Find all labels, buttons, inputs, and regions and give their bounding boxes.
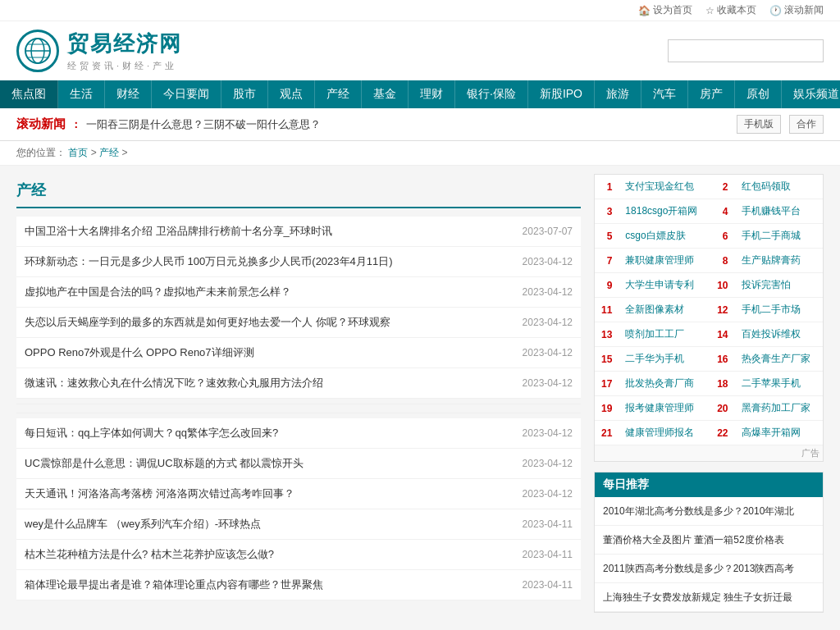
article-title-0: 中国卫浴十大名牌排名介绍 卫浴品牌排行榜前十名分享_环球时讯 xyxy=(25,224,332,239)
article-item-2[interactable]: 虚拟地产在中国是合法的吗？虚拟地产未来前景怎么样？ 2023-04-12 xyxy=(16,277,581,308)
nav-item-4[interactable]: 股市 xyxy=(221,80,268,108)
nav-item-7[interactable]: 基金 xyxy=(362,80,409,108)
article-item-5[interactable]: 微速讯：速效救心丸在什么情况下吃？速效救心丸服用方法介绍 2023-04-12 xyxy=(16,368,581,399)
ad-grid-row-2: 5 csgo白嫖皮肤 6 手机二手商城 xyxy=(595,224,823,249)
daily-rec-item-3[interactable]: 上海独生子女费发放新规定 独生子女折迁最 xyxy=(595,583,823,612)
nav-item-2[interactable]: 财经 xyxy=(105,80,152,108)
mobile-version-btn[interactable]: 手机版 xyxy=(737,115,781,134)
ad-link-right-5[interactable]: 手机二手市场 xyxy=(735,298,823,322)
article-item-3[interactable]: 失恋以后天蝎座学到的最多的东西就是如何更好地去爱一个人 你呢？环球观察 2023… xyxy=(16,308,581,338)
cooperation-btn[interactable]: 合作 xyxy=(789,115,824,134)
article-title-8: 天天通讯！河洛洛高考落榜 河洛洛两次错过高考咋回事？ xyxy=(25,486,294,501)
breadcrumb-section[interactable]: 产经 xyxy=(99,147,119,158)
article-item-1[interactable]: 环球新动态：一日元是多少人民币 100万日元兑换多少人民币(2023年4月11日… xyxy=(16,247,581,277)
nav-item-9[interactable]: 银行·保险 xyxy=(455,80,528,108)
ad-num-right-3: 8 xyxy=(710,249,734,273)
ad-link-right-2[interactable]: 手机二手商城 xyxy=(735,224,823,249)
ad-link-right-10[interactable]: 高爆率开箱网 xyxy=(735,421,823,445)
ticker-text: 一阳吞三阴是什么意思？三阴不破一阳什么意思？ xyxy=(86,117,720,132)
home-icon: 🏠 xyxy=(638,5,651,16)
ad-link-left-4[interactable]: 大学生申请专利 xyxy=(619,273,710,298)
article-date-6: 2023-04-12 xyxy=(523,427,573,439)
article-item-6[interactable]: 每日短讯：qq上字体如何调大？qq繁体字怎么改回来? 2023-04-12 xyxy=(16,418,581,449)
ad-link-left-10[interactable]: 健康管理师报名 xyxy=(619,421,710,445)
article-item-0[interactable]: 中国卫浴十大名牌排名介绍 卫浴品牌排行榜前十名分享_环球时讯 2023-07-0… xyxy=(16,217,581,247)
ad-grid-row-6: 13 喷剂加工工厂 14 百姓投诉维权 xyxy=(595,322,823,347)
nav-item-1[interactable]: 生活 xyxy=(58,80,105,108)
scroll-news-btn[interactable]: 🕐 滚动新闻 xyxy=(769,3,824,17)
ad-link-right-8[interactable]: 二手苹果手机 xyxy=(735,372,823,396)
article-list-1: 中国卫浴十大名牌排名介绍 卫浴品牌排行榜前十名分享_环球时讯 2023-07-0… xyxy=(16,217,581,399)
top-bar: 🏠 设为首页 ☆ 收藏本页 🕐 滚动新闻 xyxy=(0,0,840,21)
ad-num-right-6: 14 xyxy=(710,322,734,347)
ad-num-left-3: 7 xyxy=(595,249,619,273)
ad-link-left-8[interactable]: 批发热灸膏厂商 xyxy=(619,372,710,396)
ad-link-left-2[interactable]: csgo白嫖皮肤 xyxy=(619,224,710,249)
ad-link-left-7[interactable]: 二手华为手机 xyxy=(619,347,710,372)
ad-num-left-5: 11 xyxy=(595,298,619,322)
nav-item-11[interactable]: 旅游 xyxy=(595,80,641,108)
logo-text: 贸易经济网 经贸资讯·财经·产业 xyxy=(67,30,182,72)
ad-link-right-6[interactable]: 百姓投诉维权 xyxy=(735,322,823,347)
ad-link-right-3[interactable]: 生产贴牌膏药 xyxy=(735,249,823,273)
article-item-8[interactable]: 天天通讯！河洛洛高考落榜 河洛洛两次错过高考咋回事？ 2023-04-12 xyxy=(16,479,581,509)
set-homepage-btn[interactable]: 🏠 设为首页 xyxy=(638,3,692,17)
ad-grid-row-3: 7 兼职健康管理师 8 生产贴牌膏药 xyxy=(595,249,823,273)
search-input[interactable] xyxy=(668,39,824,62)
ticker-bar: 滚动新闻 ： 一阳吞三阴是什么意思？三阴不破一阳什么意思？ 手机版 合作 xyxy=(0,108,840,141)
ad-num-left-6: 13 xyxy=(595,322,619,347)
nav-item-5[interactable]: 观点 xyxy=(268,80,315,108)
ad-link-right-7[interactable]: 热灸膏生产厂家 xyxy=(735,347,823,372)
ad-grid: 1 支付宝现金红包 2 红包码领取 3 1818csgo开箱网 4 手机赚钱平台… xyxy=(594,174,824,462)
logo: 贸易经济网 经贸资讯·财经·产业 xyxy=(16,30,182,72)
nav-item-12[interactable]: 汽车 xyxy=(641,80,688,108)
article-date-0: 2023-07-07 xyxy=(523,226,573,237)
article-date-10: 2023-04-11 xyxy=(523,549,573,560)
breadcrumb-home[interactable]: 首页 xyxy=(68,147,88,158)
nav-item-15[interactable]: 娱乐频道 xyxy=(782,80,840,108)
ticker-actions: 手机版 合作 xyxy=(737,115,824,134)
ad-link-right-9[interactable]: 黑膏药加工厂家 xyxy=(735,396,823,421)
nav-item-10[interactable]: 新股IPO xyxy=(528,80,595,108)
ticker-label: 滚动新闻 xyxy=(16,116,66,132)
article-item-4[interactable]: OPPO Reno7外观是什么 OPPO Reno7详细评测 2023-04-1… xyxy=(16,338,581,368)
ad-link-left-5[interactable]: 全新图像素材 xyxy=(619,298,710,322)
ad-link-right-1[interactable]: 手机赚钱平台 xyxy=(735,199,823,224)
daily-rec-item-1[interactable]: 董酒价格大全及图片 董酒一箱52度价格表 xyxy=(595,526,823,555)
article-item-7[interactable]: UC震惊部是什么意思：调侃UC取标题的方式 都以震惊开头 2023-04-12 xyxy=(16,449,581,479)
nav-item-14[interactable]: 原创 xyxy=(735,80,782,108)
article-item-9[interactable]: wey是什么品牌车 （wey系列汽车介绍）-环球热点 2023-04-11 xyxy=(16,509,581,540)
ad-link-left-1[interactable]: 1818csgo开箱网 xyxy=(619,199,710,224)
ad-grid-row-8: 17 批发热灸膏厂商 18 二手苹果手机 xyxy=(595,372,823,396)
article-item-10[interactable]: 枯木兰花种植方法是什么? 枯木兰花养护应该怎么做? 2023-04-11 xyxy=(16,540,581,570)
ad-link-left-0[interactable]: 支付宝现金红包 xyxy=(619,175,710,199)
article-title-7: UC震惊部是什么意思：调侃UC取标题的方式 都以震惊开头 xyxy=(25,456,304,471)
bookmark-btn[interactable]: ☆ 收藏本页 xyxy=(705,3,756,17)
ad-grid-table: 1 支付宝现金红包 2 红包码领取 3 1818csgo开箱网 4 手机赚钱平台… xyxy=(595,175,823,445)
ad-num-left-7: 15 xyxy=(595,347,619,372)
logo-main-text: 贸易经济网 xyxy=(67,30,182,58)
ad-num-right-0: 2 xyxy=(710,175,734,199)
article-date-2: 2023-04-12 xyxy=(523,286,573,298)
nav-item-6[interactable]: 产经 xyxy=(315,80,362,108)
ad-grid-row-0: 1 支付宝现金红包 2 红包码领取 xyxy=(595,175,823,199)
daily-rec-item-2[interactable]: 2011陕西高考分数线是多少？2013陕西高考 xyxy=(595,555,823,583)
content-left: 产经 中国卫浴十大名牌排名介绍 卫浴品牌排行榜前十名分享_环球时讯 2023-0… xyxy=(16,174,581,613)
article-date-5: 2023-04-12 xyxy=(523,377,573,389)
ad-link-left-6[interactable]: 喷剂加工工厂 xyxy=(619,322,710,347)
ad-link-left-3[interactable]: 兼职健康管理师 xyxy=(619,249,710,273)
search-area xyxy=(668,39,824,62)
daily-rec-item-0[interactable]: 2010年湖北高考分数线是多少？2010年湖北 xyxy=(595,497,823,526)
ad-link-right-4[interactable]: 投诉完害怕 xyxy=(735,273,823,298)
ad-num-left-0: 1 xyxy=(595,175,619,199)
nav-item-8[interactable]: 理财 xyxy=(409,80,455,108)
nav-item-0[interactable]: 焦点图 xyxy=(0,80,58,108)
nav-item-3[interactable]: 今日要闻 xyxy=(152,80,221,108)
main-container: 产经 中国卫浴十大名牌排名介绍 卫浴品牌排行榜前十名分享_环球时讯 2023-0… xyxy=(0,166,840,621)
ad-link-left-9[interactable]: 报考健康管理师 xyxy=(619,396,710,421)
article-title-9: wey是什么品牌车 （wey系列汽车介绍）-环球热点 xyxy=(25,517,261,532)
ad-link-right-0[interactable]: 红包码领取 xyxy=(735,175,823,199)
nav-item-13[interactable]: 房产 xyxy=(688,80,735,108)
article-item-11[interactable]: 箱体理论最早提出者是谁？箱体理论重点内容有哪些？世界聚焦 2023-04-11 xyxy=(16,570,581,600)
ad-grid-row-5: 11 全新图像素材 12 手机二手市场 xyxy=(595,298,823,322)
